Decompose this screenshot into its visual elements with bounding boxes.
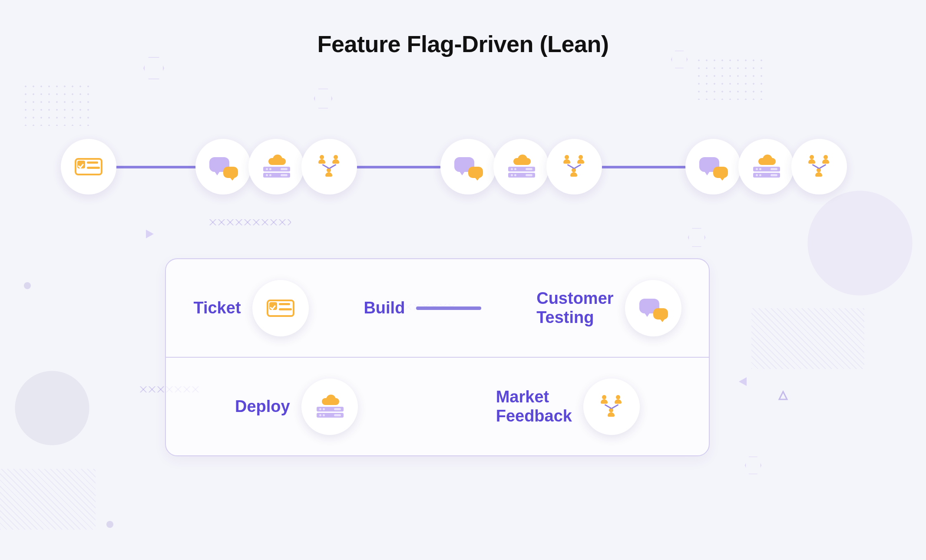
flow-node-customer-testing bbox=[685, 139, 741, 194]
flow-node-market-feedback bbox=[791, 139, 847, 194]
diagram-canvas: Feature Flag-Driven (Lean) Ticket bbox=[0, 0, 926, 560]
process-flow bbox=[35, 135, 913, 200]
svg-marker-0 bbox=[779, 392, 787, 399]
legend-icon-bubble bbox=[625, 280, 681, 336]
decor-dot bbox=[106, 521, 113, 528]
flow-node-deploy bbox=[493, 139, 549, 194]
flow-node-ticket bbox=[61, 139, 116, 194]
chat-icon bbox=[639, 298, 667, 319]
legend-item-customer-testing: Customer Testing bbox=[536, 280, 681, 336]
decor-dots bbox=[695, 56, 764, 100]
legend-icon-bubble bbox=[252, 280, 309, 336]
flow-node-customer-testing bbox=[195, 139, 251, 194]
hexagon-icon bbox=[688, 227, 706, 247]
people-icon bbox=[805, 155, 833, 178]
flow-node-market-feedback bbox=[301, 139, 357, 194]
people-icon bbox=[560, 155, 589, 178]
cloud-server-icon bbox=[262, 156, 290, 177]
connector-line bbox=[589, 166, 686, 168]
triangle-icon bbox=[146, 230, 154, 238]
hexagon-icon bbox=[745, 456, 761, 474]
legend-item-build: Build bbox=[364, 299, 481, 318]
people-icon bbox=[315, 155, 344, 178]
decor-zigzag bbox=[208, 219, 291, 225]
legend-label: Build bbox=[364, 299, 405, 318]
legend-label: Customer Testing bbox=[536, 289, 613, 327]
decor-stripes bbox=[0, 469, 96, 530]
diagram-title: Feature Flag-Driven (Lean) bbox=[0, 30, 926, 57]
legend-label: Ticket bbox=[193, 299, 241, 318]
flow-node-market-feedback bbox=[546, 139, 602, 194]
legend-item-ticket: Ticket bbox=[193, 280, 308, 336]
ticket-icon bbox=[267, 298, 294, 319]
cloud-server-icon bbox=[507, 156, 535, 177]
triangle-icon bbox=[777, 391, 788, 401]
legend-label: Deploy bbox=[235, 397, 290, 416]
cloud-server-icon bbox=[752, 156, 780, 177]
ticket-icon bbox=[75, 156, 103, 177]
decor-stripes bbox=[751, 308, 864, 369]
chat-icon bbox=[699, 156, 727, 177]
cloud-server-icon bbox=[316, 396, 344, 417]
line-icon bbox=[416, 306, 481, 310]
legend-item-deploy: Deploy bbox=[235, 379, 358, 435]
triangle-icon bbox=[739, 377, 747, 386]
flow-node-deploy bbox=[248, 139, 304, 194]
legend-icon-bubble bbox=[583, 379, 640, 435]
hexagon-icon bbox=[143, 56, 164, 80]
decor-dots bbox=[22, 82, 91, 126]
legend-item-market-feedback: Market Feedback bbox=[496, 379, 640, 435]
legend-row: Ticket Build Customer Testing bbox=[166, 259, 709, 357]
hexagon-icon bbox=[314, 88, 332, 109]
flow-node-deploy bbox=[738, 139, 794, 194]
flow-node-customer-testing bbox=[440, 139, 496, 194]
chat-icon bbox=[454, 156, 482, 177]
legend-card: Ticket Build Customer Testing Deploy bbox=[165, 258, 710, 456]
legend-icon-bubble bbox=[301, 379, 358, 435]
legend-row: Deploy Market Feedback bbox=[166, 358, 709, 455]
chat-icon bbox=[209, 156, 237, 177]
legend-label: Market Feedback bbox=[496, 388, 572, 425]
people-icon bbox=[597, 395, 626, 418]
connector-line bbox=[343, 166, 441, 168]
decor-dot bbox=[24, 282, 31, 289]
